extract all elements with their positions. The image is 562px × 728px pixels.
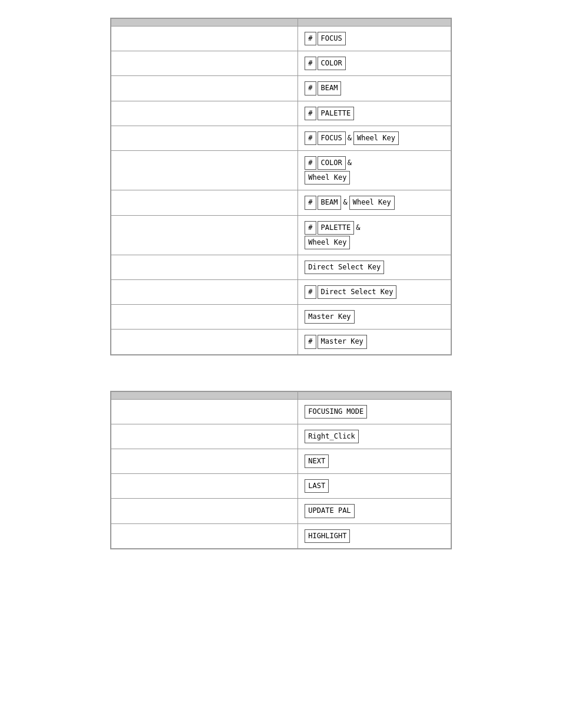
ampersand: & [348, 134, 352, 142]
cell-description [111, 523, 298, 548]
table1-container: #FOCUS#COLOR#BEAM#PALETTE#FOCUS&Wheel Ke… [110, 18, 452, 355]
key-badge: # [305, 57, 316, 70]
key-badge: Direct Select Key [305, 261, 384, 274]
table-row: Right_Click [111, 424, 451, 449]
table2-header-col2 [298, 391, 451, 399]
page-wrapper: #FOCUS#COLOR#BEAM#PALETTE#FOCUS&Wheel Ke… [0, 0, 562, 567]
table-row: Direct Select Key [111, 255, 451, 279]
key-badge: # [305, 32, 316, 45]
cell-description [111, 51, 298, 76]
cell-keys: #Master Key [298, 330, 451, 354]
key-badge: NEXT [305, 454, 329, 468]
key-badge: # [305, 107, 316, 120]
key-badge: HIGHLIGHT [305, 529, 350, 543]
cell-description [111, 190, 298, 215]
key-badge: Wheel Key [305, 171, 350, 185]
cell-description [111, 280, 298, 305]
cell-keys: #FOCUS [298, 27, 451, 51]
table-row: HIGHLIGHT [111, 523, 451, 548]
key-badge: LAST [305, 479, 329, 493]
cell-keys: FOCUSING MODE [298, 399, 451, 424]
ampersand: & [356, 223, 360, 232]
cell-keys: #FOCUS&Wheel Key [298, 126, 451, 150]
key-badge: Wheel Key [353, 131, 399, 145]
key-badge: Wheel Key [349, 196, 395, 209]
key-badge: PALETTE [318, 221, 355, 235]
cell-keys: #PALETTE [298, 101, 451, 126]
table-row: NEXT [111, 449, 451, 474]
cell-description [111, 449, 298, 474]
table-row: #BEAM [111, 76, 451, 101]
table-row: #Master Key [111, 330, 451, 354]
key-badge: # [305, 131, 316, 145]
cell-keys: NEXT [298, 449, 451, 474]
table-row: #FOCUS&Wheel Key [111, 126, 451, 150]
key-badge: Master Key [318, 335, 367, 348]
ampersand: & [343, 198, 347, 206]
key-badge: BEAM [318, 81, 342, 95]
table-row: #PALETTE [111, 101, 451, 126]
table-row: #FOCUS [111, 27, 451, 51]
table-row: FOCUSING MODE [111, 399, 451, 424]
key-badge: # [305, 221, 316, 235]
key-badge: PALETTE [318, 107, 355, 120]
cell-keys: #PALETTE&Wheel Key [298, 215, 451, 255]
key-badge: # [305, 156, 316, 170]
key-badge: Direct Select Key [318, 285, 397, 299]
cell-description [111, 399, 298, 424]
cell-keys: Master Key [298, 305, 451, 330]
key-badge: COLOR [318, 156, 346, 170]
table1: #FOCUS#COLOR#BEAM#PALETTE#FOCUS&Wheel Ke… [111, 18, 451, 355]
cell-keys: Right_Click [298, 424, 451, 449]
cell-keys: Direct Select Key [298, 255, 451, 279]
table2-header-col1 [111, 391, 298, 399]
cell-keys: #BEAM [298, 76, 451, 101]
key-badge: Right_Click [305, 430, 358, 443]
key-badge: FOCUSING MODE [305, 405, 367, 419]
table-row: #BEAM&Wheel Key [111, 190, 451, 215]
cell-keys: #COLOR&Wheel Key [298, 150, 451, 190]
key-badge: FOCUS [318, 131, 346, 145]
key-badge: FOCUS [318, 32, 346, 45]
table1-header-col2 [298, 19, 451, 27]
cell-keys: LAST [298, 474, 451, 499]
ampersand: & [348, 159, 352, 167]
cell-keys: #BEAM&Wheel Key [298, 190, 451, 215]
table-row: #PALETTE&Wheel Key [111, 215, 451, 255]
table-row: LAST [111, 474, 451, 499]
key-badge: COLOR [318, 57, 346, 70]
cell-description [111, 474, 298, 499]
table-row: #COLOR&Wheel Key [111, 150, 451, 190]
cell-description [111, 499, 298, 523]
cell-description [111, 126, 298, 150]
cell-keys: UPDATE PAL [298, 499, 451, 523]
table-row: Master Key [111, 305, 451, 330]
table-row: #Direct Select Key [111, 280, 451, 305]
key-badge: Master Key [305, 310, 354, 324]
cell-description [111, 101, 298, 126]
table-row: UPDATE PAL [111, 499, 451, 523]
cell-description [111, 27, 298, 51]
cell-description [111, 424, 298, 449]
key-badge: BEAM [318, 196, 342, 209]
cell-keys: #COLOR [298, 51, 451, 76]
table1-header-col1 [111, 19, 298, 27]
cell-description [111, 215, 298, 255]
cell-description [111, 150, 298, 190]
cell-description [111, 305, 298, 330]
key-badge: # [305, 196, 316, 209]
key-badge: # [305, 285, 316, 299]
cell-description [111, 330, 298, 354]
table2-container: FOCUSING MODERight_ClickNEXTLASTUPDATE P… [110, 391, 452, 549]
key-badge: # [305, 335, 316, 348]
key-badge: # [305, 81, 316, 95]
cell-keys: HIGHLIGHT [298, 523, 451, 548]
key-badge: Wheel Key [305, 236, 350, 249]
cell-description [111, 255, 298, 279]
cell-description [111, 76, 298, 101]
table2: FOCUSING MODERight_ClickNEXTLASTUPDATE P… [111, 391, 451, 549]
table-row: #COLOR [111, 51, 451, 76]
key-badge: UPDATE PAL [305, 504, 354, 518]
cell-keys: #Direct Select Key [298, 280, 451, 305]
